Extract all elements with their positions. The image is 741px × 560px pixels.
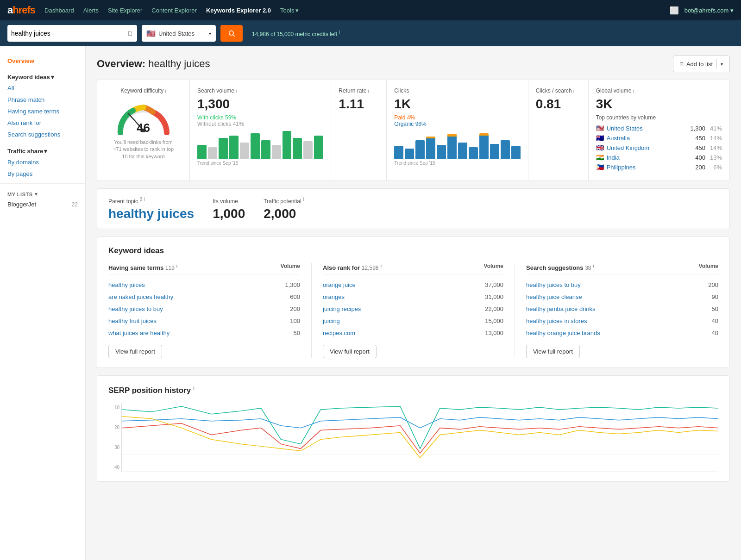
nav-site-explorer[interactable]: Site Explorer bbox=[108, 7, 142, 14]
clicks-sub: Paid 4% Organic 96% bbox=[394, 114, 520, 127]
search-suggestions-count: 38 bbox=[585, 265, 591, 271]
idea-link-arf-2[interactable]: juicing recipes bbox=[323, 305, 361, 312]
idea-link-ss-3[interactable]: healthy juices in stores bbox=[526, 317, 587, 324]
monitor-icon[interactable]: ⬜ bbox=[670, 6, 679, 15]
nav-keywords-explorer[interactable]: Keywords Explorer 2.0 bbox=[206, 7, 271, 14]
sidebar-item-also-rank-for[interactable]: Also rank for bbox=[0, 117, 85, 129]
search-volume-label: Search volume i bbox=[197, 87, 323, 94]
idea-link-ss-4[interactable]: healthy orange juice brands bbox=[526, 330, 600, 336]
arf-info-icon[interactable]: i bbox=[380, 263, 382, 268]
sv-info-icon[interactable]: i bbox=[236, 88, 237, 93]
view-full-report-hst[interactable]: View full report bbox=[108, 345, 162, 358]
search-suggestions-title: Search suggestions 38 i bbox=[526, 263, 594, 271]
clicks-label: Clicks i bbox=[394, 87, 520, 94]
keyword-ideas-section: Keyword ideas Having same terms 119 i Vo… bbox=[97, 236, 730, 368]
sidebar-item-having-same-terms[interactable]: Having same terms bbox=[0, 106, 85, 117]
rr-info-icon[interactable]: i bbox=[368, 88, 369, 93]
also-rank-for-title: Also rank for 12,598 i bbox=[323, 263, 382, 271]
kd-info-icon[interactable]: i bbox=[165, 88, 166, 93]
sidebar-traffic-share[interactable]: Traffic share ▾ bbox=[0, 144, 85, 156]
search-button[interactable] bbox=[220, 25, 243, 42]
idea-row-arf-0: orange juice 37,000 bbox=[323, 279, 503, 291]
search-bar: 🗋 🇺🇸 United States ▾ 14,986 of 15,000 me… bbox=[0, 20, 741, 46]
serp-y-30: 30 bbox=[114, 445, 119, 450]
search-volume-bars bbox=[197, 131, 323, 159]
sidebar-item-all[interactable]: All bbox=[0, 82, 85, 94]
sidebar-item-by-pages[interactable]: By pages bbox=[0, 168, 85, 180]
search-input[interactable] bbox=[11, 30, 127, 37]
nav-dashboard[interactable]: Dashboard bbox=[44, 7, 74, 14]
country-row-au: 🇦🇺 Australia 450 14% bbox=[596, 134, 722, 142]
parent-topic-value[interactable]: healthy juices bbox=[108, 206, 194, 221]
add-to-list-chevron-icon[interactable]: ▾ bbox=[721, 62, 723, 67]
traffic-potential-item: Traffic potential i 2,000 bbox=[264, 196, 304, 221]
idea-link-hst-3[interactable]: healthy fruit juices bbox=[108, 317, 157, 324]
idea-link-arf-4[interactable]: recipes.com bbox=[323, 330, 355, 336]
idea-link-arf-1[interactable]: oranges bbox=[323, 293, 345, 300]
nav-content-explorer[interactable]: Content Explorer bbox=[151, 7, 197, 14]
country-name-gb[interactable]: United Kingdom bbox=[607, 144, 684, 151]
ss-info-icon[interactable]: i bbox=[593, 263, 594, 268]
idea-link-ss-2[interactable]: healthy jamba juice drinks bbox=[526, 305, 596, 312]
country-pct-gb: 14% bbox=[708, 144, 722, 151]
country-name-au[interactable]: Australia bbox=[607, 135, 684, 142]
metrics-row: Keyword difficulty i bbox=[97, 80, 730, 181]
return-rate-label: Return rate i bbox=[339, 87, 379, 94]
sidebar-my-lists[interactable]: MY LISTS ▾ bbox=[0, 187, 85, 199]
main-layout: Overview Keyword ideas ▾ All Phrase matc… bbox=[0, 46, 741, 560]
idea-link-hst-1[interactable]: are naked juices healthy bbox=[108, 293, 173, 300]
add-to-list-button[interactable]: ≡ Add to list ▾ bbox=[673, 56, 730, 72]
user-menu[interactable]: bot@ahrefs.com ▾ bbox=[684, 7, 734, 14]
country-name-us[interactable]: United States bbox=[607, 125, 684, 132]
hst-info-icon[interactable]: i bbox=[176, 263, 178, 268]
return-rate-card: Return rate i 1.11 bbox=[331, 80, 387, 180]
sidebar-item-by-domains[interactable]: By domains bbox=[0, 156, 85, 168]
traffic-share-chevron-icon: ▾ bbox=[44, 148, 47, 155]
cps-info-icon[interactable]: i bbox=[573, 88, 574, 93]
parent-topic-volume-item: Its volume 1,000 bbox=[213, 198, 245, 221]
clicks-card: Clicks i 1K Paid 4% Organic 96% bbox=[387, 80, 528, 180]
clicks-info-icon[interactable]: i bbox=[410, 88, 411, 93]
sidebar-item-search-suggestions[interactable]: Search suggestions bbox=[0, 129, 85, 140]
clear-search-icon[interactable]: 🗋 bbox=[127, 30, 133, 37]
idea-link-arf-0[interactable]: orange juice bbox=[323, 281, 356, 288]
country-name-in[interactable]: India bbox=[607, 154, 684, 161]
country-chevron-icon: ▾ bbox=[209, 31, 211, 36]
traffic-potential-info-icon[interactable]: i bbox=[303, 196, 304, 202]
idea-link-ss-0[interactable]: healthy juices to buy bbox=[526, 281, 581, 288]
country-vol-in: 400 bbox=[687, 154, 705, 161]
sidebar-keyword-ideas[interactable]: Keyword ideas ▾ bbox=[0, 70, 85, 82]
clicks-trend: Trend since Sep '15 bbox=[394, 161, 520, 166]
sidebar-item-phrase-match[interactable]: Phrase match bbox=[0, 94, 85, 106]
search-volume-value: 1,300 bbox=[197, 97, 323, 112]
logo[interactable]: ahrefs bbox=[7, 4, 35, 16]
idea-vol-arf-1: 31,000 bbox=[485, 293, 503, 300]
nav-tools[interactable]: Tools ▾ bbox=[280, 7, 299, 14]
serp-info-icon[interactable]: i bbox=[193, 385, 195, 391]
also-rank-for-col: Also rank for 12,598 i Volume orange jui… bbox=[312, 263, 515, 358]
idea-vol-ss-0: 200 bbox=[708, 281, 718, 288]
idea-link-hst-2[interactable]: healthy juices to buy bbox=[108, 305, 163, 312]
view-full-report-ss[interactable]: View full report bbox=[526, 345, 580, 358]
idea-link-ss-1[interactable]: healthy juice cleanse bbox=[526, 293, 582, 300]
keyword-ideas-title: Keyword ideas bbox=[108, 246, 718, 255]
sidebar-keyword-ideas-section: Keyword ideas ▾ All Phrase match Having … bbox=[0, 70, 85, 140]
view-full-report-arf[interactable]: View full report bbox=[323, 345, 377, 358]
sidebar-overview-section: Overview bbox=[0, 54, 85, 66]
idea-link-arf-3[interactable]: juicing bbox=[323, 317, 340, 324]
also-rank-for-count: 12,598 bbox=[362, 265, 379, 271]
parent-topic-info-icon[interactable]: i bbox=[144, 196, 145, 202]
idea-vol-hst-0: 1,300 bbox=[285, 281, 300, 288]
idea-vol-arf-0: 37,000 bbox=[485, 281, 503, 288]
nav-alerts[interactable]: Alerts bbox=[83, 7, 99, 14]
credits-info-icon: i bbox=[339, 30, 339, 35]
idea-link-hst-4[interactable]: what juices are healthy bbox=[108, 330, 170, 336]
parent-topic-item: Parent topic β i healthy juices bbox=[108, 196, 194, 221]
country-selector[interactable]: 🇺🇸 United States ▾ bbox=[142, 25, 216, 42]
gv-info-icon[interactable]: i bbox=[633, 88, 634, 93]
idea-link-hst-0[interactable]: healthy juices bbox=[108, 281, 145, 288]
search-volume-card: Search volume i 1,300 With clicks 59% Wi… bbox=[190, 80, 331, 180]
country-name-ph[interactable]: Philippines bbox=[607, 164, 684, 171]
sidebar-overview[interactable]: Overview bbox=[0, 54, 85, 66]
parent-topic-volume-label: Its volume bbox=[213, 198, 245, 205]
